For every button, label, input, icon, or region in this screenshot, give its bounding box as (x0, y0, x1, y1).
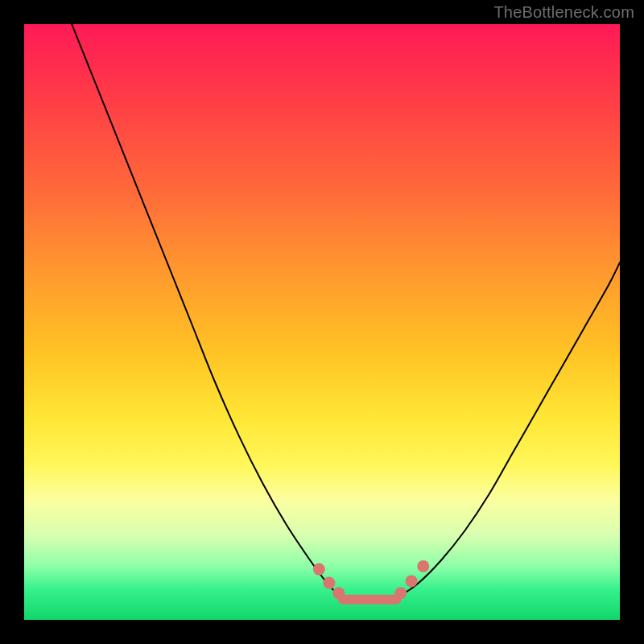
right-curve (399, 262, 620, 596)
curve-marker (332, 587, 345, 599)
plot-area (24, 24, 620, 620)
curve-marker (313, 564, 325, 576)
left-curve (72, 24, 340, 596)
curve-marker (417, 560, 429, 572)
chart-frame: TheBottleneck.com (0, 0, 644, 644)
curve-marker (323, 577, 335, 589)
marker-group (313, 560, 430, 599)
curve-marker (406, 575, 418, 587)
watermark-text: TheBottleneck.com (493, 3, 634, 22)
chart-svg (24, 24, 620, 620)
curve-marker (394, 587, 407, 599)
